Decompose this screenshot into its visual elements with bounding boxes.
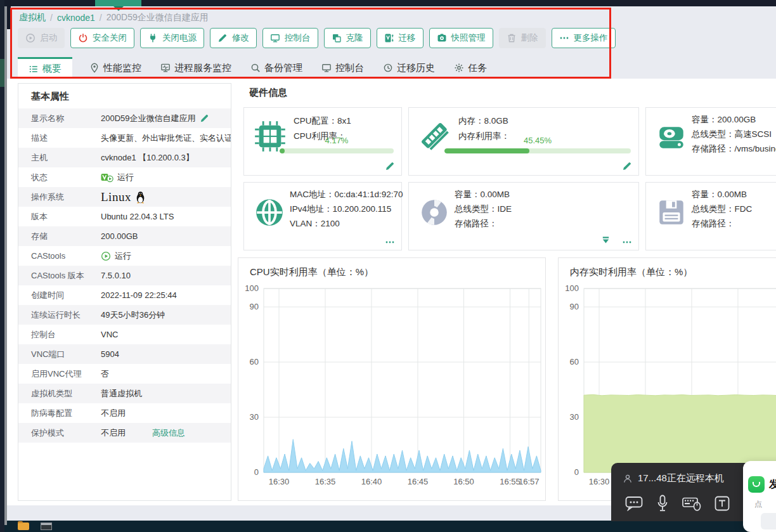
svg-text:90: 90	[570, 302, 579, 311]
notification-button[interactable]	[761, 513, 776, 529]
prop-row-vnc-proxy: 启用VNC代理否	[18, 364, 231, 384]
chat-icon[interactable]	[625, 496, 643, 511]
snapshot-button[interactable]: 快照管理	[429, 28, 493, 48]
prop-value: 2022-11-09 22:25:44	[101, 290, 231, 300]
prop-label: CAStools	[18, 251, 101, 261]
more-actions-button[interactable]: 更多操作	[552, 28, 616, 48]
tab-backup-management[interactable]: 备份管理	[249, 57, 304, 79]
prop-label: 状态	[18, 172, 101, 183]
disk-bus-line: 总线类型：高速SCSI	[692, 129, 772, 140]
cpu-config-line: CPU配置：8x1	[294, 115, 351, 127]
tab-summary[interactable]: 概要	[18, 57, 72, 79]
advanced-info-link[interactable]: 高级信息	[152, 427, 185, 439]
svg-text:16:57: 16:57	[519, 477, 540, 486]
vlan-line: VLAN：2100	[290, 218, 340, 230]
tab-console[interactable]: 控制台	[320, 57, 366, 79]
breadcrumb-vm-link[interactable]: 虚拟机	[19, 12, 46, 23]
svg-text:0: 0	[254, 467, 259, 477]
power-off-button[interactable]: 关闭电源	[140, 28, 204, 48]
camera-icon	[437, 33, 447, 43]
edit-name-pencil-icon[interactable]	[200, 114, 209, 123]
clone-label: 克隆	[346, 32, 363, 44]
prop-label: 存储	[18, 231, 101, 242]
breadcrumb-separator: /	[50, 13, 53, 23]
svg-text:60: 60	[570, 357, 579, 367]
svg-text:16:30: 16:30	[589, 477, 610, 486]
safe-shutdown-button[interactable]: 安全关闭	[70, 28, 134, 48]
svg-text:100: 100	[565, 283, 579, 293]
migrate-button[interactable]: 迁移	[377, 28, 424, 48]
prop-row-created: 创建时间2022-11-09 22:25:44	[18, 285, 231, 305]
cpu-usage-percent: 4.17%	[280, 136, 394, 145]
basic-properties-panel: 基本属性 显示名称200D59企业微信自建应用 描述头像更新、外出审批凭证、实名…	[18, 83, 231, 501]
modify-button[interactable]: 修改	[210, 28, 257, 48]
prop-label: VNC端口	[18, 349, 101, 360]
prop-value: cvknode1 【10.200.0.3】	[101, 152, 231, 164]
clone-button[interactable]: 克隆	[324, 28, 371, 48]
ellipsis-icon	[559, 33, 569, 43]
floppy-path-line: 存储路径：	[692, 218, 735, 230]
notification-card: 发 点	[743, 461, 776, 532]
svg-text:16:50: 16:50	[453, 477, 474, 486]
cdrom-more-icon[interactable]	[622, 237, 632, 247]
power-off-label: 关闭电源	[162, 32, 197, 44]
svg-text:16:30: 16:30	[269, 477, 290, 486]
cpu-chart-panel: CPU实时利用率（单位：%） 030609010016:3016:3516:40…	[238, 257, 546, 501]
tab-summary-label: 概要	[42, 63, 61, 75]
prop-label: 虚拟机类型	[18, 388, 101, 399]
snapshot-label: 快照管理	[451, 32, 486, 44]
prop-row-vm-type: 虚拟机类型普通虚拟机	[18, 384, 231, 403]
eject-icon[interactable]	[601, 235, 611, 245]
edit-cpu-pencil-icon[interactable]	[385, 161, 395, 171]
folder-icon[interactable]	[18, 522, 29, 530]
tab-tasks[interactable]: 任务	[452, 57, 489, 79]
start-button-label: 启动	[40, 32, 57, 44]
prop-row-vnc-port: VNC端口5904	[18, 344, 231, 364]
remote-control-bar: 17...48正在远程本机	[611, 463, 747, 521]
hardware-info-title: 硬件信息	[249, 87, 287, 99]
keyboard-mouse-icon[interactable]	[682, 496, 701, 511]
prop-value: 否	[101, 368, 231, 380]
left-window-border	[4, 6, 7, 525]
text-input-icon[interactable]	[715, 496, 730, 511]
prop-value: 普通虚拟机	[101, 388, 231, 399]
tab-performance-monitor[interactable]: 性能监控	[87, 57, 143, 79]
prop-row-version: 版本Ubuntu 22.04.3 LTS	[18, 207, 231, 226]
microphone-icon[interactable]	[656, 495, 669, 512]
edit-memory-pencil-icon[interactable]	[622, 161, 632, 171]
svg-text:16:55: 16:55	[500, 477, 521, 486]
console-label: 控制台	[285, 32, 311, 44]
pencil-icon	[217, 33, 228, 43]
prop-label: 版本	[18, 211, 101, 223]
prop-label: 描述	[18, 133, 101, 144]
cpu-usage-bar	[280, 148, 394, 153]
breadcrumb-host-link[interactable]: cvknode1	[57, 13, 95, 23]
svg-text:30: 30	[570, 412, 579, 422]
vm-running-icon	[101, 172, 113, 183]
prop-row-castools: CAStools运行	[18, 246, 231, 266]
remote-toolbar-handle[interactable]	[95, 0, 141, 6]
terminal-icon[interactable]	[41, 522, 52, 530]
notification-body: 点	[754, 499, 762, 510]
cdrom-path-line: 存储路径：	[455, 218, 498, 230]
svg-text:0: 0	[574, 467, 579, 477]
console-button[interactable]: 控制台	[262, 28, 318, 48]
start-button[interactable]: 启动	[18, 28, 65, 48]
tab-process-service-monitor[interactable]: 进程服务监控	[158, 57, 233, 79]
svg-text:60: 60	[250, 357, 259, 367]
play-icon	[25, 33, 36, 43]
prop-label: 控制台	[18, 329, 101, 341]
tab-performance-label: 性能监控	[103, 62, 141, 74]
tab-migration-history[interactable]: 迁移历史	[381, 57, 437, 79]
prop-label: 启用VNC代理	[18, 368, 101, 380]
remote-control-icons	[625, 495, 730, 512]
linux-logo-text: Linux	[101, 190, 131, 204]
monitor-icon	[321, 63, 332, 73]
prop-value: 头像更新、外出审批凭证、实名认证	[101, 133, 231, 144]
remote-status-text: 17...48正在远程本机	[638, 472, 724, 484]
prop-row-description: 描述头像更新、外出审批凭证、实名认证	[18, 128, 231, 148]
delete-button[interactable]: 删除	[499, 28, 546, 48]
network-more-icon[interactable]	[385, 237, 395, 247]
memory-usage-percent: 45.45%	[444, 136, 631, 145]
app-notification-icon	[748, 476, 765, 493]
